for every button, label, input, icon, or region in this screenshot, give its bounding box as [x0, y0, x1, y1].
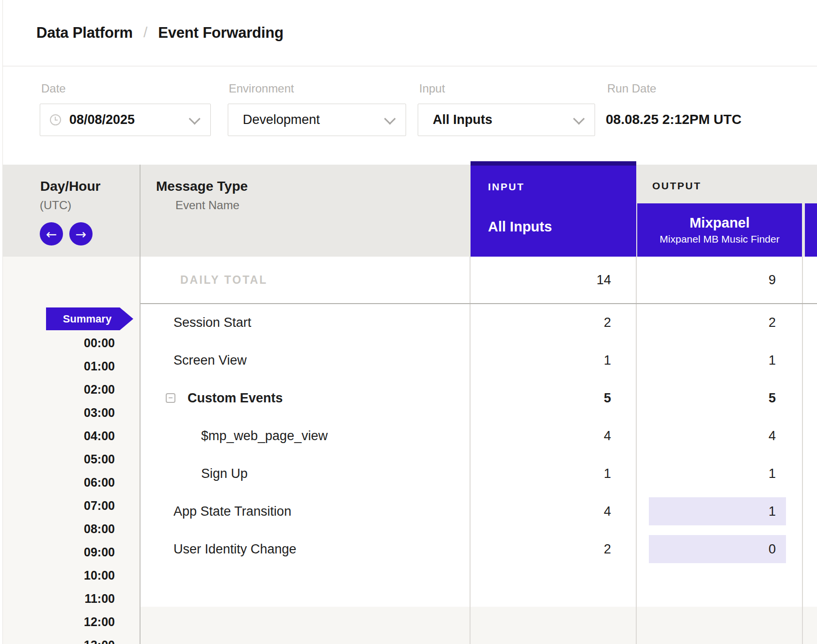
day-hour-title: Day/Hour	[40, 179, 100, 194]
input-count-cell: 2	[470, 530, 636, 568]
event-rows: Session Start 2 2 Screen View 1 1 − Cust…	[141, 304, 817, 568]
chevron-down-icon	[573, 113, 585, 124]
daily-total-row: DAILY TOTAL 14 9	[141, 257, 817, 303]
run-date-label: Run Date	[607, 82, 656, 95]
daily-total-input-value: 14	[470, 257, 636, 303]
input-label: Input	[419, 82, 445, 95]
input-dropdown[interactable]: All Inputs	[418, 104, 595, 136]
daily-total-label: DAILY TOTAL	[180, 257, 267, 303]
input-column-header[interactable]: INPUT All Inputs	[471, 161, 636, 257]
chevron-down-icon	[384, 113, 396, 124]
hour-row-12[interactable]: 12:00	[3, 610, 115, 633]
output-count-cell-highlighted: 0	[636, 530, 803, 568]
date-label: Date	[41, 82, 66, 95]
output-count-cell: 1	[636, 341, 803, 379]
table-row-screen-view: Screen View 1 1	[141, 341, 817, 379]
output-count-cell: 2	[636, 304, 803, 341]
environment-label: Environment	[229, 82, 294, 95]
environment-dropdown[interactable]: Development	[228, 104, 406, 136]
hour-row-06[interactable]: 06:00	[3, 471, 115, 494]
hour-row-01[interactable]: 01:00	[3, 354, 115, 378]
output-count-cell-highlighted: 1	[636, 492, 803, 530]
row-label: Session Start	[173, 304, 251, 341]
breadcrumb-section[interactable]: Data Platform	[36, 24, 133, 42]
arrow-right-icon: →	[76, 227, 87, 242]
row-label: Custom Events	[188, 379, 283, 417]
summary-label: Summary	[63, 313, 111, 325]
output-column-subtitle: Mixpanel MB Music Finder	[660, 233, 779, 245]
hour-row-04[interactable]: 04:00	[3, 424, 115, 447]
table-row-app-state-transition: App State Transition 4 1	[141, 492, 817, 530]
output-column-title: Mixpanel	[690, 215, 750, 231]
next-day-button[interactable]: →	[69, 222, 93, 245]
hour-row-10[interactable]: 10:00	[3, 564, 115, 587]
daily-total-output-value: 9	[636, 257, 803, 303]
table-row-user-identity-change: User Identity Change 2 0	[141, 530, 817, 568]
dropped-count-highlight	[649, 497, 786, 525]
table-row-session-start: Session Start 2 2	[141, 304, 817, 341]
input-count-cell: 1	[470, 455, 636, 492]
table-footer-band	[141, 607, 817, 644]
output-count-cell: 1	[636, 455, 803, 492]
input-count-cell: 2	[470, 304, 636, 341]
table-row-custom-events: − Custom Events 5 5	[141, 379, 817, 417]
date-dropdown[interactable]: 08/08/2025	[40, 104, 211, 136]
run-date-value: 08.08.25 2:12PM UTC	[606, 112, 741, 127]
hour-row-09[interactable]: 09:00	[3, 540, 115, 564]
collapse-toggle-icon[interactable]: −	[166, 393, 175, 403]
hour-list: 00:00 01:00 02:00 03:00 04:00 05:00 06:0…	[3, 331, 115, 644]
summary-row-selector[interactable]: Summary	[46, 307, 133, 330]
page-title: Event Forwarding	[158, 24, 283, 42]
input-count-cell: 4	[470, 417, 636, 455]
input-count-cell: 5	[470, 379, 636, 417]
event-name-subtitle: Event Name	[175, 199, 239, 212]
row-label: Screen View	[173, 341, 247, 379]
hour-row-13[interactable]: 13:00	[3, 633, 115, 644]
hour-row-11[interactable]: 11:00	[3, 587, 115, 610]
environment-value: Development	[243, 112, 320, 127]
output-section-label: OUTPUT	[652, 180, 701, 192]
previous-day-button[interactable]: ←	[40, 222, 63, 245]
hour-row-08[interactable]: 08:00	[3, 517, 115, 540]
output-count-cell: 5	[636, 379, 803, 417]
arrow-left-icon: ←	[46, 227, 57, 242]
output-column-header-mixpanel[interactable]: Mixpanel Mixpanel MB Music Finder	[637, 203, 802, 257]
breadcrumb-separator: /	[143, 24, 147, 41]
clock-icon	[50, 114, 61, 125]
hour-row-05[interactable]: 05:00	[3, 447, 115, 471]
output-count-cell: 4	[636, 417, 803, 455]
message-type-title: Message Type	[156, 179, 248, 194]
input-count-cell: 1	[470, 341, 636, 379]
row-label: Sign Up	[201, 455, 248, 492]
row-label: App State Transition	[173, 492, 291, 530]
input-count-cell: 4	[470, 492, 636, 530]
dropped-count-highlight	[649, 535, 786, 563]
hour-row-07[interactable]: 07:00	[3, 494, 115, 517]
row-label: User Identity Change	[173, 530, 297, 568]
input-column-title: All Inputs	[488, 219, 552, 235]
row-label: $mp_web_page_view	[201, 417, 328, 455]
table-row-sign-up: Sign Up 1 1	[141, 455, 817, 492]
date-value: 08/08/2025	[69, 112, 135, 127]
input-section-label: INPUT	[488, 181, 525, 193]
breadcrumb: Data Platform / Event Forwarding	[3, 0, 817, 66]
hour-row-02[interactable]: 02:00	[3, 378, 115, 401]
input-value: All Inputs	[433, 112, 492, 127]
table-row-mp-web-page-view: $mp_web_page_view 4 4	[141, 417, 817, 455]
day-hour-subtitle: (UTC)	[40, 199, 71, 212]
chevron-down-icon	[189, 113, 201, 124]
hour-row-00[interactable]: 00:00	[3, 331, 115, 354]
output-column-header-partial	[805, 203, 817, 257]
input-column-accent-strip	[471, 161, 636, 166]
hour-row-03[interactable]: 03:00	[3, 401, 115, 424]
event-forwarding-page: Data Platform / Event Forwarding Date 08…	[0, 0, 817, 644]
